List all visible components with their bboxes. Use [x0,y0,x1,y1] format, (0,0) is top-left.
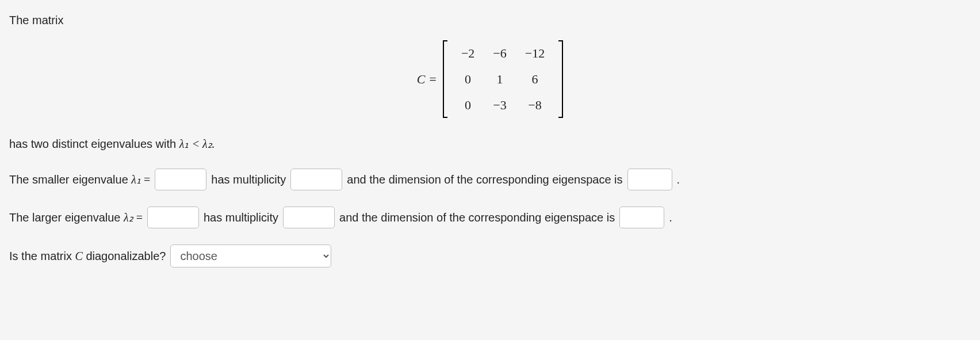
lambda1-dimension-input[interactable] [627,169,672,190]
lambda2-value-input[interactable] [147,207,199,228]
eigen-condition-math: λ₁ < λ₂. [179,137,215,150]
lambda2-multiplicity-input[interactable] [283,207,335,228]
matrix-row-2: 0 −3 −8 [452,92,554,118]
eigen-condition: has two distinct eigenvalues with λ₁ < λ… [9,135,971,152]
lambda2-line: The larger eigenvalue λ₂ = has multiplic… [9,207,971,228]
bracket-right-icon [558,40,563,118]
bracket-left-icon [443,40,447,118]
matrix-row-0: −2 −6 −12 [452,40,554,66]
intro-text: The matrix [9,12,971,29]
lambda1-multiplicity-input[interactable] [290,169,342,190]
lambda2-dimension-input[interactable] [619,207,664,228]
matrix-row-1: 0 1 6 [452,66,554,92]
matrix-label: C = [417,70,437,89]
matrix-display: C = −2 −6 −12 0 1 6 0 −3 −8 [9,40,971,118]
matrix-table: −2 −6 −12 0 1 6 0 −3 −8 [452,40,554,118]
lambda1-line: The smaller eigenvalue λ₁ = has multipli… [9,169,971,190]
diagonalizable-select[interactable]: choose [170,245,331,268]
matrix-body: −2 −6 −12 0 1 6 0 −3 −8 [443,40,563,118]
diagonalizable-line: Is the matrix C diagonalizable? choose [9,245,971,268]
lambda1-value-input[interactable] [155,169,206,190]
